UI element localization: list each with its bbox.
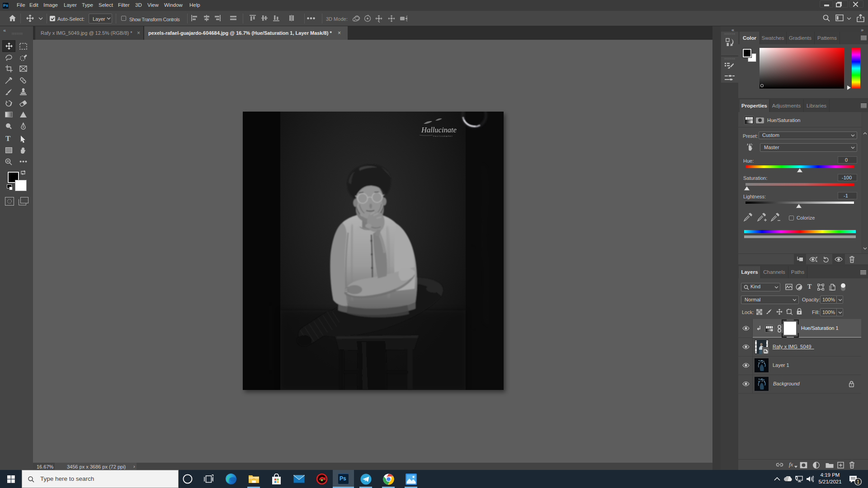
svg-text:Hallucinate: Hallucinate [421, 126, 457, 134]
svg-text:1: 1 [857, 479, 859, 484]
svg-text:PHOTOGRAPHY: PHOTOGRAPHY [433, 135, 453, 137]
